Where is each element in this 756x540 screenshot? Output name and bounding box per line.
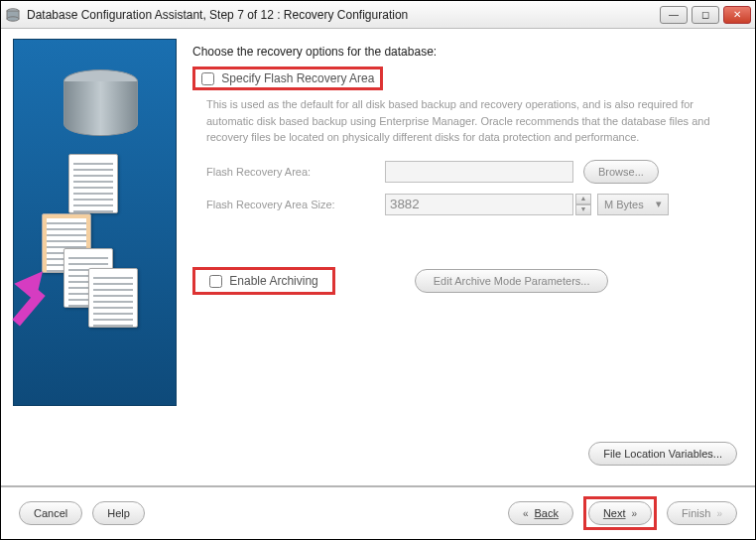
highlight-next: Next » xyxy=(583,496,657,530)
content-area: Choose the recovery options for the data… xyxy=(1,29,755,431)
flash-size-input xyxy=(385,194,573,215)
flash-area-input xyxy=(385,161,573,183)
flash-size-unit-select: M Bytes ▾ xyxy=(597,194,669,215)
chevron-down-icon: ▾ xyxy=(656,198,662,210)
page-heading: Choose the recovery options for the data… xyxy=(192,45,743,59)
browse-button: Browse... xyxy=(583,160,659,184)
chevron-left-icon: « xyxy=(523,508,529,519)
close-button[interactable]: ✕ xyxy=(723,6,751,24)
flash-size-unit-label: M Bytes xyxy=(604,199,644,210)
archiving-section: Enable Archiving Edit Archive Mode Param… xyxy=(192,267,743,295)
dbca-window: Database Configuration Assistant, Step 7… xyxy=(0,0,756,540)
maximize-button[interactable]: ◻ xyxy=(692,6,719,24)
wizard-sidebar xyxy=(13,39,177,406)
chevron-right-icon: » xyxy=(716,508,722,519)
flash-size-row: Flash Recovery Area Size: ▲ ▼ M Bytes ▾ xyxy=(206,194,743,215)
flash-size-label: Flash Recovery Area Size: xyxy=(206,199,385,210)
titlebar: Database Configuration Assistant, Step 7… xyxy=(1,1,755,29)
database-illustration xyxy=(63,69,138,144)
chevron-right-icon: » xyxy=(632,508,638,519)
flash-area-label: Flash Recovery Area: xyxy=(206,166,385,178)
specify-flash-recovery-row[interactable]: Specify Flash Recovery Area xyxy=(201,71,374,85)
minimize-button[interactable]: — xyxy=(660,6,688,24)
cancel-button[interactable]: Cancel xyxy=(19,501,82,525)
wizard-footer: Cancel Help « Back Next » Finish » xyxy=(1,485,755,539)
edit-archive-params-button: Edit Archive Mode Parameters... xyxy=(415,269,609,293)
spinner-down-icon: ▼ xyxy=(575,204,591,215)
app-icon xyxy=(5,7,21,23)
enable-archiving-label: Enable Archiving xyxy=(229,274,317,288)
document-illustration xyxy=(88,268,138,328)
window-controls: — ◻ ✕ xyxy=(660,6,751,24)
svg-point-2 xyxy=(7,16,19,20)
specify-flash-recovery-checkbox[interactable] xyxy=(201,72,214,85)
enable-archiving-checkbox[interactable] xyxy=(209,275,222,288)
help-button[interactable]: Help xyxy=(92,501,145,525)
highlight-enable-archiving: Enable Archiving xyxy=(192,267,335,295)
back-button[interactable]: « Back xyxy=(508,501,573,525)
specify-flash-recovery-label: Specify Flash Recovery Area xyxy=(221,71,374,85)
file-location-variables-button[interactable]: File Location Variables... xyxy=(588,442,737,466)
enable-archiving-row[interactable]: Enable Archiving xyxy=(209,274,318,288)
lower-panel: File Location Variables... xyxy=(1,431,755,485)
document-illustration xyxy=(68,154,118,213)
next-button[interactable]: Next » xyxy=(588,501,652,525)
main-panel: Choose the recovery options for the data… xyxy=(192,39,743,431)
flash-recovery-description: This is used as the default for all disk… xyxy=(206,96,712,146)
spinner-up-icon: ▲ xyxy=(575,194,591,204)
highlight-flash-recovery: Specify Flash Recovery Area xyxy=(192,67,383,90)
window-title: Database Configuration Assistant, Step 7… xyxy=(27,8,660,22)
finish-button: Finish » xyxy=(667,501,737,525)
flash-area-row: Flash Recovery Area: Browse... xyxy=(206,160,743,184)
flash-size-spinner: ▲ ▼ xyxy=(575,194,591,215)
